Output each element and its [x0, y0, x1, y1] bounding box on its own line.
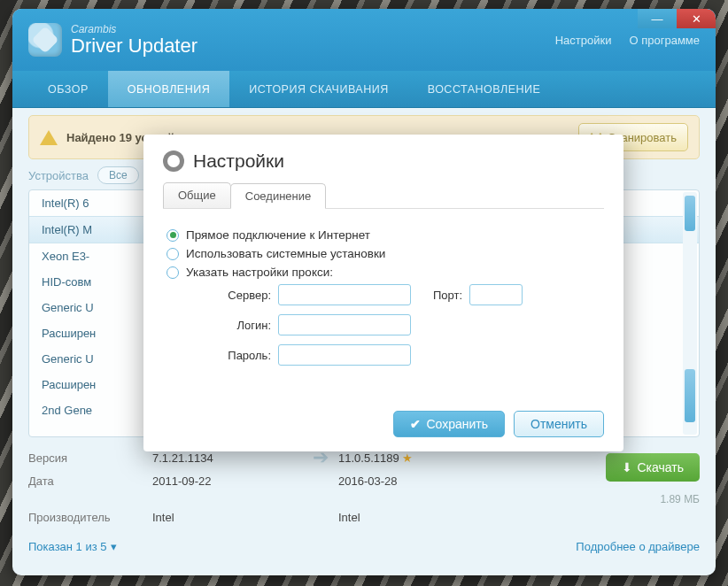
- cancel-button[interactable]: Отменить: [514, 411, 604, 437]
- radio-label: Указать настройки прокси:: [186, 266, 333, 279]
- modal-title: Настройки: [193, 150, 284, 172]
- subtab-general[interactable]: Общие: [163, 182, 231, 208]
- radio-icon: [167, 248, 179, 260]
- radio-label: Прямое подключение к Интернет: [186, 228, 370, 242]
- check-icon: ✔: [410, 417, 421, 431]
- port-label: Порт:: [418, 289, 462, 302]
- connection-options: Прямое подключение к Интернет Использова…: [163, 221, 604, 378]
- proxy-grid: Сервер: Порт: Логин: Пароль:: [191, 284, 600, 366]
- radio-icon: [167, 266, 179, 279]
- server-input[interactable]: [278, 284, 411, 305]
- login-input[interactable]: [278, 314, 411, 335]
- port-input[interactable]: [469, 284, 523, 305]
- radio-icon: [167, 229, 179, 242]
- radio-direct[interactable]: Прямое подключение к Интернет: [167, 228, 600, 242]
- settings-modal: Настройки Общие Соединение Прямое подклю…: [143, 135, 623, 451]
- gear-icon: [163, 150, 184, 172]
- login-label: Логин:: [191, 319, 271, 332]
- subtab-connection[interactable]: Соединение: [230, 183, 327, 209]
- save-button[interactable]: ✔ Сохранить: [393, 411, 505, 437]
- save-label: Сохранить: [426, 417, 488, 431]
- modal-subtabs: Общие Соединение: [163, 182, 604, 209]
- radio-label: Использовать системные установки: [186, 247, 385, 260]
- password-label: Пароль:: [191, 349, 271, 362]
- password-input[interactable]: [278, 344, 411, 366]
- modal-overlay: Настройки Общие Соединение Прямое подклю…: [12, 9, 716, 575]
- server-label: Сервер:: [191, 289, 271, 302]
- modal-header: Настройки: [163, 150, 604, 172]
- cancel-label: Отменить: [531, 417, 587, 431]
- radio-system[interactable]: Использовать системные установки: [167, 247, 600, 260]
- modal-actions: ✔ Сохранить Отменить: [393, 411, 604, 437]
- radio-proxy[interactable]: Указать настройки прокси:: [167, 266, 600, 279]
- app-window: — ✕ Carambis Driver Updater Настройки О …: [12, 9, 716, 575]
